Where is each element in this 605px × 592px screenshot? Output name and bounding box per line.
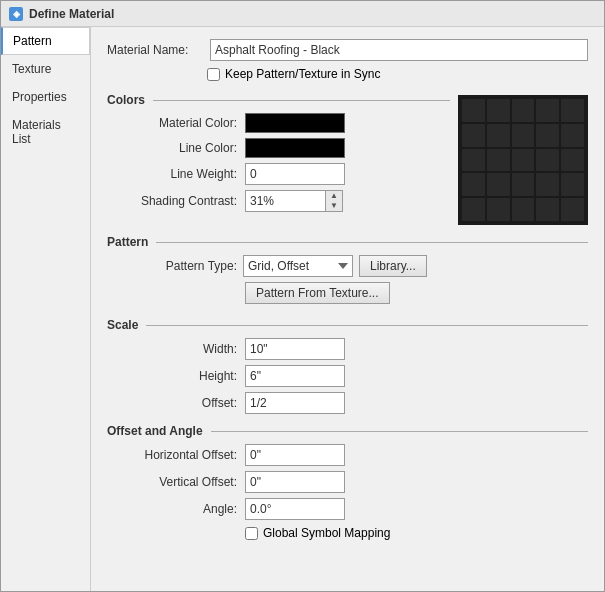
vertical-offset-label: Vertical Offset: xyxy=(107,475,237,489)
horizontal-offset-label: Horizontal Offset: xyxy=(107,448,237,462)
offset-angle-section: Offset and Angle Horizontal Offset: Vert… xyxy=(107,424,588,540)
pattern-from-texture-row: Pattern From Texture... xyxy=(107,282,588,308)
material-color-row: Material Color: xyxy=(107,113,450,133)
main-content: Material Name: Keep Pattern/Texture in S… xyxy=(91,27,604,591)
library-button[interactable]: Library... xyxy=(359,255,427,277)
global-symbol-checkbox[interactable] xyxy=(245,527,258,540)
scale-section: Scale Width: Height: Offset: xyxy=(107,318,588,414)
pattern-section-label: Pattern xyxy=(107,235,588,249)
pattern-type-select[interactable]: Grid, Offset xyxy=(243,255,353,277)
line-color-swatch[interactable] xyxy=(245,138,345,158)
line-weight-input[interactable] xyxy=(245,163,345,185)
colors-section-label: Colors xyxy=(107,93,450,107)
angle-label: Angle: xyxy=(107,502,237,516)
material-color-label: Material Color: xyxy=(107,116,237,130)
define-material-window: ◈ Define Material Pattern Texture Proper… xyxy=(0,0,605,592)
texture-preview xyxy=(458,95,588,225)
width-label: Width: xyxy=(107,342,237,356)
spinner-buttons: ▲ ▼ xyxy=(325,190,343,212)
line-color-row: Line Color: xyxy=(107,138,450,158)
global-symbol-label: Global Symbol Mapping xyxy=(263,526,390,540)
material-name-input[interactable] xyxy=(210,39,588,61)
shading-contrast-row: Shading Contrast: ▲ ▼ xyxy=(107,190,450,212)
global-symbol-row: Global Symbol Mapping xyxy=(245,526,588,540)
shading-contrast-input[interactable] xyxy=(245,190,325,212)
horizontal-offset-input[interactable] xyxy=(245,444,345,466)
height-row: Height: xyxy=(107,365,588,387)
shading-contrast-spinner: ▲ ▼ xyxy=(245,190,343,212)
line-weight-label: Line Weight: xyxy=(107,167,237,181)
spinner-down-btn[interactable]: ▼ xyxy=(326,201,342,211)
angle-row: Angle: xyxy=(107,498,588,520)
sidebar-item-properties[interactable]: Properties xyxy=(1,83,90,111)
sync-checkbox-row: Keep Pattern/Texture in Sync xyxy=(207,67,588,81)
material-color-swatch[interactable] xyxy=(245,113,345,133)
material-name-label: Material Name: xyxy=(107,43,202,57)
pattern-type-row: Pattern Type: Grid, Offset Library... xyxy=(107,255,588,277)
vertical-offset-input[interactable] xyxy=(245,471,345,493)
material-name-row: Material Name: xyxy=(107,39,588,61)
window-icon: ◈ xyxy=(9,7,23,21)
content-area: Pattern Texture Properties Materials Lis… xyxy=(1,27,604,591)
width-row: Width: xyxy=(107,338,588,360)
offset-label: Offset: xyxy=(107,396,237,410)
horizontal-offset-row: Horizontal Offset: xyxy=(107,444,588,466)
pattern-type-label: Pattern Type: xyxy=(107,259,237,273)
scale-section-label: Scale xyxy=(107,318,588,332)
sidebar-item-materials-list[interactable]: Materials List xyxy=(1,111,90,153)
title-bar: ◈ Define Material xyxy=(1,1,604,27)
offset-input[interactable] xyxy=(245,392,345,414)
sidebar-item-pattern[interactable]: Pattern xyxy=(1,27,90,55)
offset-row: Offset: xyxy=(107,392,588,414)
sync-checkbox[interactable] xyxy=(207,68,220,81)
height-label: Height: xyxy=(107,369,237,383)
sync-label: Keep Pattern/Texture in Sync xyxy=(225,67,380,81)
height-input[interactable] xyxy=(245,365,345,387)
line-color-label: Line Color: xyxy=(107,141,237,155)
vertical-offset-row: Vertical Offset: xyxy=(107,471,588,493)
offset-angle-section-label: Offset and Angle xyxy=(107,424,588,438)
sidebar: Pattern Texture Properties Materials Lis… xyxy=(1,27,91,591)
shading-contrast-label: Shading Contrast: xyxy=(107,194,237,208)
angle-input[interactable] xyxy=(245,498,345,520)
colors-group: Colors Material Color: Line Color: Line … xyxy=(107,93,588,225)
width-input[interactable] xyxy=(245,338,345,360)
line-weight-row: Line Weight: xyxy=(107,163,450,185)
window-title: Define Material xyxy=(29,7,114,21)
pattern-section: Pattern Pattern Type: Grid, Offset Libra… xyxy=(107,235,588,308)
sidebar-item-texture[interactable]: Texture xyxy=(1,55,90,83)
spinner-up-btn[interactable]: ▲ xyxy=(326,191,342,201)
pattern-from-texture-button[interactable]: Pattern From Texture... xyxy=(245,282,390,304)
colors-fields: Colors Material Color: Line Color: Line … xyxy=(107,93,450,217)
